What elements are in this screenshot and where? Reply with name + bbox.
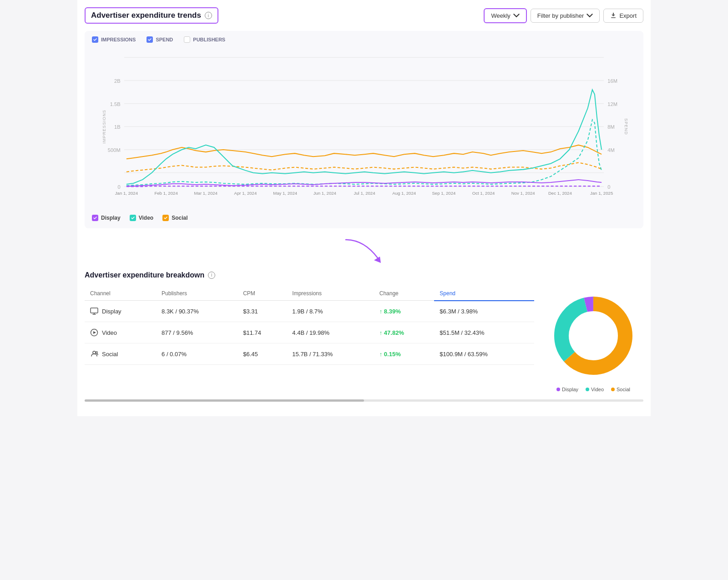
svg-rect-0 xyxy=(611,17,616,18)
header-controls: Weekly Filter by publisher Export xyxy=(484,8,643,23)
table-row: Video 877 / 9.56% $11.74 4.4B / 19.98% ↑… xyxy=(85,322,534,343)
svg-text:1B: 1B xyxy=(114,124,121,130)
table-row: Social 6 / 0.07% $6.45 15.7B / 71.33% ↑ … xyxy=(85,343,534,365)
video-cpm: $11.74 xyxy=(238,322,287,343)
col-impressions: Impressions xyxy=(287,287,374,301)
scrollbar-thumb[interactable] xyxy=(85,399,364,402)
col-publishers: Publishers xyxy=(156,287,238,301)
legend-video[interactable]: Video xyxy=(130,215,153,221)
arrow-svg xyxy=(337,237,391,265)
social-cpm: $6.45 xyxy=(238,343,287,365)
breakdown-section: Advertiser expenditure breakdown i Chann… xyxy=(85,264,643,409)
legend-top: IMPRESSIONS SPEND PUBLISHERS xyxy=(92,36,636,43)
svg-text:Dec 1, 2024: Dec 1, 2024 xyxy=(548,191,572,196)
svg-text:8M: 8M xyxy=(607,124,614,130)
social-change: ↑ 0.15% xyxy=(374,343,435,365)
breakdown-content: Channel Publishers CPM Impressions Chang… xyxy=(85,287,643,392)
svg-text:Aug 1, 2024: Aug 1, 2024 xyxy=(392,191,416,196)
legend-display[interactable]: Display xyxy=(92,215,121,221)
channel-video: Video xyxy=(85,322,156,343)
publishers-checkbox[interactable] xyxy=(184,36,190,43)
social-icon xyxy=(90,350,98,358)
svg-point-40 xyxy=(96,352,98,353)
display-impressions: 1.9B / 8.7% xyxy=(287,301,374,322)
weekly-button[interactable]: Weekly xyxy=(484,8,526,23)
svg-text:Jan 1, 2025: Jan 1, 2025 xyxy=(590,191,613,196)
chevron-down-icon xyxy=(586,12,593,19)
social-dot xyxy=(611,388,615,391)
svg-text:May 1, 2024: May 1, 2024 xyxy=(273,191,298,196)
filter-label: Filter by publisher xyxy=(537,12,584,19)
display-publishers: 8.3K / 90.37% xyxy=(156,301,238,322)
video-checkbox[interactable] xyxy=(130,215,136,221)
svg-point-44 xyxy=(571,313,616,358)
svg-rect-34 xyxy=(91,308,98,313)
main-chart: 0 500M 1B 1.5B 2B 0 4M 8M 12M 16M IMPRES… xyxy=(96,48,632,205)
col-cpm: CPM xyxy=(238,287,287,301)
svg-text:Jun 1, 2024: Jun 1, 2024 xyxy=(313,191,337,196)
svg-text:16M: 16M xyxy=(607,78,617,84)
svg-text:IMPRESSIONS: IMPRESSIONS xyxy=(102,110,106,143)
chart-section: IMPRESSIONS SPEND PUBLISHERS xyxy=(85,31,643,228)
svg-text:1.5B: 1.5B xyxy=(110,101,121,107)
info-icon[interactable]: i xyxy=(205,12,212,19)
chevron-down-icon xyxy=(513,12,520,19)
svg-text:Oct 1, 2024: Oct 1, 2024 xyxy=(472,191,495,196)
col-spend[interactable]: Spend xyxy=(434,287,534,301)
donut-legend: Display Video Social xyxy=(556,387,630,392)
arrow-annotation xyxy=(85,237,643,265)
export-button[interactable]: Export xyxy=(603,9,643,23)
legend-publishers[interactable]: PUBLISHERS xyxy=(184,36,225,43)
svg-text:Mar 1, 2024: Mar 1, 2024 xyxy=(194,191,218,196)
svg-text:12M: 12M xyxy=(607,101,617,107)
display-checkbox[interactable] xyxy=(92,215,98,221)
breakdown-header: Advertiser expenditure breakdown i xyxy=(85,271,643,279)
spend-checkbox[interactable] xyxy=(147,36,153,43)
svg-marker-38 xyxy=(93,331,96,334)
breakdown-info-icon[interactable]: i xyxy=(208,272,215,279)
filter-publisher-button[interactable]: Filter by publisher xyxy=(531,9,600,23)
svg-text:SPEND: SPEND xyxy=(624,118,628,135)
svg-text:Jul 1, 2024: Jul 1, 2024 xyxy=(354,191,375,196)
title-section: Advertiser expenditure trends i xyxy=(85,7,218,24)
table-row: Display 8.3K / 90.37% $3.31 1.9B / 8.7% … xyxy=(85,301,534,322)
scrollbar-track xyxy=(85,399,643,402)
chart-wrapper: 0 500M 1B 1.5B 2B 0 4M 8M 12M 16M IMPRES… xyxy=(96,48,632,207)
svg-text:0: 0 xyxy=(607,184,610,190)
impressions-checkbox[interactable] xyxy=(92,36,98,43)
display-icon xyxy=(90,307,98,315)
legend-social[interactable]: Social xyxy=(162,215,187,221)
social-spend: $100.9M / 63.59% xyxy=(434,343,534,365)
legend-impressions[interactable]: IMPRESSIONS xyxy=(92,36,136,43)
page-container: Advertiser expenditure trends i Weekly F… xyxy=(77,0,651,416)
svg-text:Jan 1, 2024: Jan 1, 2024 xyxy=(115,191,138,196)
svg-text:0: 0 xyxy=(118,184,121,190)
video-spend: $51.5M / 32.43% xyxy=(434,322,534,343)
svg-text:Feb 1, 2024: Feb 1, 2024 xyxy=(154,191,178,196)
channel-display: Display xyxy=(85,301,156,322)
display-spend: $6.3M / 3.98% xyxy=(434,301,534,322)
social-impressions: 15.7B / 71.33% xyxy=(287,343,374,365)
donut-chart xyxy=(548,290,639,381)
breakdown-table-section: Channel Publishers CPM Impressions Chang… xyxy=(85,287,534,365)
donut-legend-video: Video xyxy=(586,387,604,392)
page-title: Advertiser expenditure trends xyxy=(91,11,201,20)
video-dot xyxy=(586,388,589,391)
svg-text:500M: 500M xyxy=(108,147,121,153)
channel-social: Social xyxy=(85,343,156,365)
breakdown-table: Channel Publishers CPM Impressions Chang… xyxy=(85,287,534,365)
donut-legend-social: Social xyxy=(611,387,630,392)
legend-spend[interactable]: SPEND xyxy=(147,36,173,43)
download-icon xyxy=(610,12,617,19)
svg-text:Sep 1, 2024: Sep 1, 2024 xyxy=(432,191,456,196)
video-icon xyxy=(90,328,98,337)
donut-legend-display: Display xyxy=(556,387,578,392)
svg-text:4M: 4M xyxy=(607,147,614,153)
donut-section: Display Video Social xyxy=(543,287,643,392)
export-label: Export xyxy=(619,12,637,19)
svg-point-39 xyxy=(93,351,96,354)
svg-text:2B: 2B xyxy=(114,78,121,84)
display-cpm: $3.31 xyxy=(238,301,287,322)
social-checkbox[interactable] xyxy=(162,215,169,221)
display-change: ↑ 8.39% xyxy=(374,301,435,322)
